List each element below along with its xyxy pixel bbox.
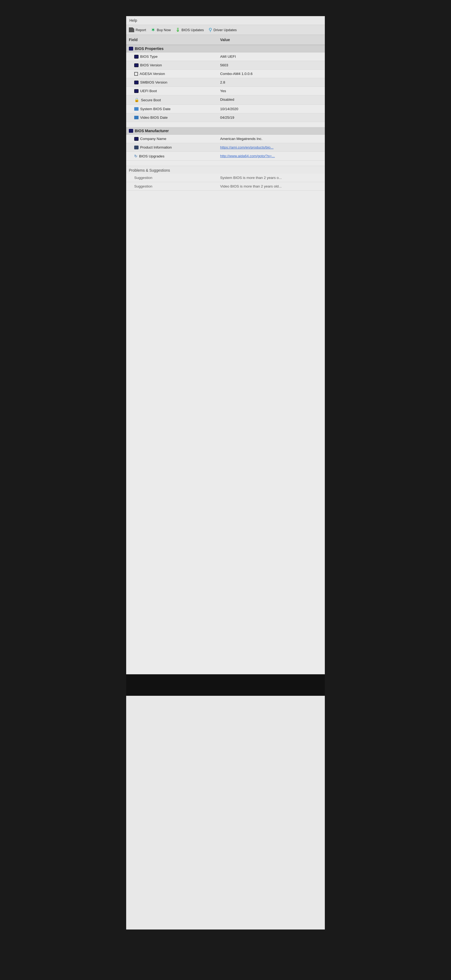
row-value-bios-type: AMI UEFI bbox=[218, 54, 325, 60]
chip-icon bbox=[134, 81, 138, 84]
table-row: BIOS Type AMI UEFI bbox=[126, 52, 325, 61]
row-value-product-info[interactable]: https://ami.com/en/products/bio... bbox=[218, 144, 325, 150]
suggestion-value-2: Video BIOS is more than 2 years old... bbox=[218, 183, 325, 189]
bios-updates-button[interactable]: ⇓ BIOS Updates bbox=[176, 27, 204, 33]
col-value-header: Value bbox=[218, 37, 325, 43]
table-row: System BIOS Date 10/14/2020 bbox=[126, 105, 325, 113]
driver-updates-label: Driver Updates bbox=[213, 28, 237, 32]
bios-manufacturer-section-header: BIOS Manufacturer bbox=[126, 127, 325, 135]
cycle-icon: ↻ bbox=[134, 154, 137, 158]
row-field-company-name: Company Name bbox=[126, 136, 218, 142]
search-circle-icon: ⚲ bbox=[209, 27, 212, 33]
row-field-product-info: Product Information bbox=[126, 144, 218, 150]
col-field-header: Field bbox=[126, 37, 218, 43]
report-icon bbox=[129, 27, 134, 32]
row-value-uefi-boot: Yes bbox=[218, 88, 325, 94]
bios-properties-section-header: BIOS Properties bbox=[126, 45, 325, 52]
bios-properties-title: BIOS Properties bbox=[135, 46, 164, 51]
spacer bbox=[126, 161, 325, 166]
problems-section-header: Problems & Suggestions bbox=[126, 166, 325, 173]
table-row: Product Information https://ami.com/en/p… bbox=[126, 143, 325, 152]
row-field-bios-type: BIOS Type bbox=[126, 54, 218, 60]
row-field-video-bios-date: Video BIOS Date bbox=[126, 115, 218, 121]
download-icon: ⇓ bbox=[176, 27, 180, 33]
suggestion-row: Suggestion Video BIOS is more than 2 yea… bbox=[126, 182, 325, 191]
row-field-agesa-version: AGESA Version bbox=[126, 71, 218, 77]
table-row: BIOS Version 5603 bbox=[126, 61, 325, 70]
row-field-bios-version: BIOS Version bbox=[126, 62, 218, 68]
lock-icon: 🔒 bbox=[134, 97, 139, 102]
report-button[interactable]: Report bbox=[129, 27, 146, 32]
row-value-smbios-version: 2.8 bbox=[218, 79, 325, 86]
table-row: AGESA Version Combo-AM4 1.0.0.6 bbox=[126, 70, 325, 78]
star-icon: ✶ bbox=[151, 27, 156, 33]
suggestion-row: Suggestion System BIOS is more than 2 ye… bbox=[126, 173, 325, 182]
table-row: Video BIOS Date 04/25/19 bbox=[126, 113, 325, 122]
row-value-company-name: American Megatrends Inc. bbox=[218, 136, 325, 142]
bios-properties-icon bbox=[129, 47, 133, 51]
row-field-system-bios-date: System BIOS Date bbox=[126, 106, 218, 112]
chip-icon bbox=[134, 64, 138, 67]
help-menu[interactable]: Help bbox=[129, 18, 137, 22]
toolbar: Report ✶ Buy Now ⇓ BIOS Updates ⚲ Driver… bbox=[126, 25, 325, 35]
row-field-secure-boot: 🔒 Secure Boot bbox=[126, 97, 218, 103]
spacer bbox=[126, 122, 325, 127]
table-row: ↻ BIOS Upgrades http://www.aida64.com/go… bbox=[126, 152, 325, 161]
table-row: UEFI Boot Yes bbox=[126, 87, 325, 95]
row-field-smbios-version: SMBIOS Version bbox=[126, 79, 218, 86]
row-value-bios-version: 5603 bbox=[218, 62, 325, 68]
driver-updates-button[interactable]: ⚲ Driver Updates bbox=[209, 27, 237, 33]
chip-icon bbox=[134, 55, 138, 59]
suggestion-value-1: System BIOS is more than 2 years o... bbox=[218, 175, 325, 181]
table-row: SMBIOS Version 2.8 bbox=[126, 78, 325, 87]
row-field-uefi-boot: UEFI Boot bbox=[126, 88, 218, 94]
square-outline-icon bbox=[134, 72, 138, 76]
empty-area bbox=[126, 191, 325, 674]
suggestion-label-1: Suggestion bbox=[126, 175, 218, 181]
bios-manufacturer-icon bbox=[129, 129, 133, 133]
buy-now-button[interactable]: ✶ Buy Now bbox=[151, 27, 171, 33]
bios-manufacturer-title: BIOS Manufacturer bbox=[135, 129, 169, 133]
row-value-video-bios-date: 04/25/19 bbox=[218, 115, 325, 121]
row-value-system-bios-date: 10/14/2020 bbox=[218, 106, 325, 112]
row-value-agesa-version: Combo-AM4 1.0.0.6 bbox=[218, 71, 325, 77]
row-field-bios-upgrades: ↻ BIOS Upgrades bbox=[126, 153, 218, 159]
table-row: 🔒 Secure Boot Disabled bbox=[126, 95, 325, 105]
row-value-secure-boot: Disabled bbox=[218, 97, 325, 103]
suggestion-label-2: Suggestion bbox=[126, 183, 218, 189]
menu-bar: Help bbox=[126, 16, 325, 25]
row-value-bios-upgrades[interactable]: http://www.aida64.com/goto/?p=... bbox=[218, 153, 325, 159]
chip-dark-icon bbox=[134, 146, 138, 150]
buy-now-label: Buy Now bbox=[157, 28, 171, 32]
report-label: Report bbox=[136, 28, 146, 32]
bottom-bar bbox=[126, 674, 325, 696]
monitor-icon bbox=[134, 107, 138, 111]
chip-icon bbox=[134, 89, 138, 93]
monitor-sm-icon bbox=[134, 116, 138, 119]
chip-icon bbox=[134, 137, 138, 141]
table-row: Company Name American Megatrends Inc. bbox=[126, 135, 325, 143]
table-header: Field Value bbox=[126, 35, 325, 45]
bios-updates-label: BIOS Updates bbox=[181, 28, 204, 32]
